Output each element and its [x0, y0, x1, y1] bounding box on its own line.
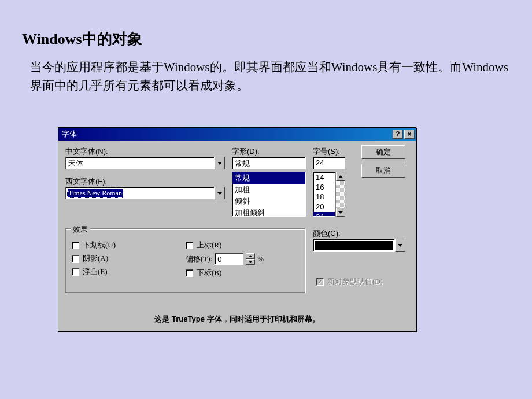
- cn-font-value[interactable]: 宋体: [65, 157, 215, 169]
- page-heading: Windows中的对象: [22, 29, 510, 49]
- style-input[interactable]: 常规: [232, 157, 306, 169]
- size-listbox[interactable]: 14 16 18 20 24: [313, 172, 335, 217]
- offset-input[interactable]: 0: [215, 253, 243, 265]
- offset-row: 偏移(T): 0 %: [186, 253, 300, 265]
- size-label: 字号(S):: [313, 146, 340, 157]
- default-new-row: ✓ 新对象默认值(D): [316, 276, 383, 287]
- subscript-checkbox-row[interactable]: 下标(B): [186, 268, 300, 278]
- effects-title: 效果: [71, 224, 90, 235]
- scroll-down-icon[interactable]: [336, 208, 345, 217]
- list-item[interactable]: 常规: [232, 172, 305, 184]
- subscript-label: 下标(B): [197, 268, 221, 278]
- page-body-text: 当今的应用程序都是基于Windows的。即其界面都应当和Windows具有一致性…: [30, 58, 510, 95]
- scroll-track[interactable]: [336, 181, 345, 208]
- scroll-up-icon[interactable]: [336, 172, 345, 181]
- style-label: 字形(D):: [232, 146, 260, 157]
- shadow-label: 阴影(A): [83, 253, 108, 264]
- spinner-up-icon[interactable]: [246, 253, 255, 259]
- superscript-label: 上标(R): [197, 240, 221, 250]
- emboss-checkbox-row[interactable]: 浮凸(E): [72, 267, 186, 277]
- list-item[interactable]: 加粗倾斜: [232, 207, 305, 217]
- western-font-label: 西文字体(F):: [65, 176, 107, 187]
- help-button[interactable]: ?: [393, 130, 403, 139]
- underline-label: 下划线(U): [83, 240, 116, 250]
- chevron-down-icon[interactable]: [395, 239, 405, 252]
- cn-font-combo[interactable]: 宋体: [65, 157, 225, 169]
- default-new-checkbox: ✓: [316, 278, 324, 286]
- color-label: 颜色(C):: [313, 228, 341, 239]
- ok-button[interactable]: 确定: [361, 145, 405, 159]
- list-item[interactable]: 倾斜: [232, 195, 305, 207]
- chevron-down-icon[interactable]: [215, 187, 225, 200]
- color-combo[interactable]: [313, 239, 405, 252]
- offset-label: 偏移(T):: [186, 254, 212, 264]
- list-item[interactable]: 16: [313, 182, 335, 192]
- western-font-value[interactable]: Times New Roman: [65, 187, 215, 200]
- shadow-checkbox-row[interactable]: 阴影(A): [72, 253, 186, 264]
- effects-groupbox: 效果 下划线(U) 阴影(A) 浮凸(E): [65, 228, 306, 293]
- list-item[interactable]: 18: [313, 192, 335, 202]
- dialog-titlebar[interactable]: 字体 ? ×: [58, 128, 416, 141]
- close-button[interactable]: ×: [404, 130, 415, 139]
- chevron-down-icon[interactable]: [215, 157, 225, 169]
- emboss-checkbox[interactable]: [72, 268, 79, 276]
- superscript-checkbox[interactable]: [186, 242, 193, 249]
- offset-spinner[interactable]: [246, 253, 255, 265]
- color-value[interactable]: [313, 239, 395, 252]
- cn-font-label: 中文字体(N):: [65, 146, 108, 157]
- cancel-button[interactable]: 取消: [361, 164, 405, 178]
- underline-checkbox-row[interactable]: 下划线(U): [72, 240, 186, 250]
- color-swatch: [315, 241, 393, 250]
- list-item[interactable]: 24: [313, 212, 335, 217]
- dialog-title: 字体: [62, 129, 391, 139]
- emboss-label: 浮凸(E): [83, 267, 108, 277]
- size-input[interactable]: 24: [313, 157, 345, 169]
- style-listbox[interactable]: 常规 加粗 倾斜 加粗倾斜: [232, 172, 306, 217]
- font-dialog: 字体 ? × 中文字体(N): 字形(D): 字号(S): 确定 取消 宋体 常…: [58, 127, 416, 332]
- default-new-label: 新对象默认值(D): [327, 276, 383, 287]
- dialog-footer-text: 这是 TrueType 字体，同时适用于打印机和屏幕。: [58, 314, 416, 324]
- subscript-checkbox[interactable]: [186, 269, 193, 277]
- shadow-checkbox[interactable]: [72, 255, 79, 263]
- superscript-checkbox-row[interactable]: 上标(R): [186, 240, 300, 250]
- list-item[interactable]: 20: [313, 202, 335, 212]
- list-item[interactable]: 加粗: [232, 184, 305, 195]
- underline-checkbox[interactable]: [72, 242, 79, 249]
- western-font-combo[interactable]: Times New Roman: [65, 187, 225, 200]
- spinner-down-icon[interactable]: [246, 259, 255, 265]
- list-item[interactable]: 14: [313, 172, 335, 182]
- percent-label: %: [257, 254, 264, 264]
- size-scrollbar[interactable]: [335, 172, 345, 217]
